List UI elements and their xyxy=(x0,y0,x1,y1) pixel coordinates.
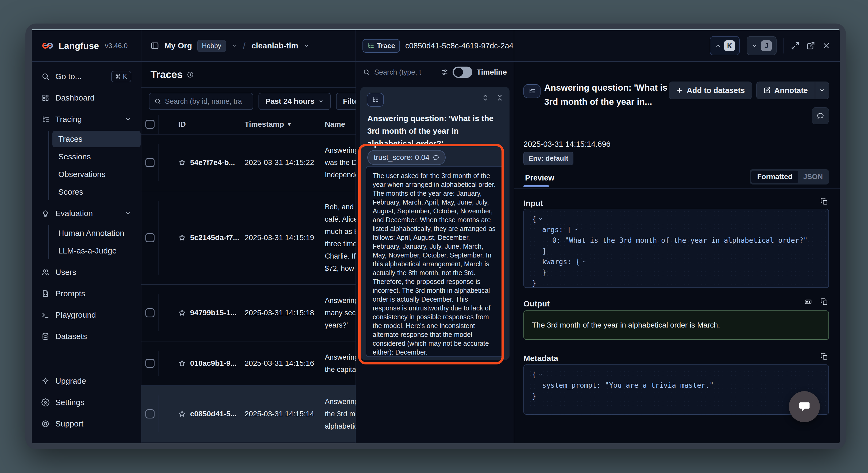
collapse-all-icon[interactable] xyxy=(496,94,504,101)
search-icon xyxy=(154,98,161,105)
row-checkbox[interactable] xyxy=(146,409,155,418)
sidebar-item-label: Evaluation xyxy=(55,209,93,218)
trace-detail-title: Answering question: 'What is the 3rd mon… xyxy=(544,81,689,109)
collapse-caret-icon[interactable] xyxy=(582,260,586,264)
formatted-option[interactable]: Formatted xyxy=(751,171,798,183)
markdown-toggle-icon[interactable] xyxy=(804,298,812,306)
annotate-label: Annotate xyxy=(774,86,808,95)
code-text: { xyxy=(532,369,536,380)
search-placeholder: Search (by id, name, tra xyxy=(165,97,242,106)
sidebar-item[interactable]: Datasets xyxy=(37,328,135,345)
tree-search-input[interactable]: Search (type, t xyxy=(374,68,437,77)
annotate-button[interactable]: Annotate xyxy=(756,82,815,99)
org-name[interactable]: My Org xyxy=(164,41,192,50)
copy-icon[interactable] xyxy=(820,198,828,205)
sidebar-subitem[interactable]: Human Annotation xyxy=(52,225,141,241)
collapse-caret-icon[interactable] xyxy=(574,228,578,232)
table-row[interactable]: 94799b15-1... 2025-03-31 14:15:18 Answer… xyxy=(142,285,355,342)
tab-active-underline xyxy=(523,185,549,187)
app-window: Langfuse v3.46.0 My Org Hobby / cleanlab… xyxy=(25,24,846,449)
add-to-datasets-button[interactable]: Add to datasets xyxy=(669,82,752,99)
copy-icon[interactable] xyxy=(820,353,828,360)
sidebar-footer-items: Upgrade Settings Support xyxy=(37,372,135,436)
column-header-id[interactable]: ID xyxy=(159,120,245,128)
sidebar-item-tracing[interactable]: Tracing xyxy=(37,111,135,128)
tab-preview[interactable]: Preview xyxy=(525,174,554,182)
view-options-icon[interactable] xyxy=(441,68,448,76)
open-external-icon[interactable] xyxy=(807,41,815,50)
output-text: The 3rd month of the year in alphabetica… xyxy=(532,321,720,329)
table-row[interactable]: 5c2145da-f7... 2025-03-31 14:15:19 Bob, … xyxy=(142,191,355,285)
input-section-label: Input xyxy=(523,199,543,208)
table-row[interactable]: 54e7f7e4-b... 2025-03-31 14:15:22 Answer… xyxy=(142,135,355,191)
command-icon xyxy=(116,74,121,79)
close-icon[interactable] xyxy=(822,41,831,50)
column-header-name[interactable]: Name xyxy=(325,120,355,128)
star-icon[interactable] xyxy=(178,360,186,367)
row-checkbox[interactable] xyxy=(146,158,155,167)
divider xyxy=(783,38,784,54)
project-name[interactable]: cleanlab-tlm xyxy=(252,41,298,50)
row-checkbox[interactable] xyxy=(146,359,155,368)
next-trace-button[interactable]: J xyxy=(747,36,777,55)
sidebar-subitem[interactable]: Observations xyxy=(52,166,141,183)
json-option[interactable]: JSON xyxy=(798,171,828,183)
sidebar-toggle-icon[interactable] xyxy=(151,41,159,50)
sidebar-subitem[interactable]: Sessions xyxy=(52,148,141,165)
code-line: } xyxy=(532,267,820,278)
star-icon[interactable] xyxy=(178,234,186,241)
sidebar-item[interactable]: Users xyxy=(37,263,135,281)
select-all-checkbox[interactable] xyxy=(146,120,155,129)
collapse-caret-icon[interactable] xyxy=(538,217,542,221)
project-switcher-chevron-icon[interactable] xyxy=(304,43,310,49)
sidebar-item-evaluation[interactable]: Evaluation xyxy=(37,205,135,222)
expand-all-icon[interactable] xyxy=(482,94,489,101)
time-range-button[interactable]: Past 24 hours xyxy=(258,93,331,110)
sidebar-item-goto[interactable]: Go to... K xyxy=(37,68,135,85)
trace-card[interactable]: Answering question: 'What is the 3rd mon… xyxy=(360,87,509,360)
sidebar-subitem[interactable]: Scores xyxy=(52,184,141,200)
code-line: system_prompt: "You are a trivia master.… xyxy=(532,380,820,391)
info-icon[interactable] xyxy=(187,71,194,78)
trust-score-badge[interactable]: trust_score: 0.04 xyxy=(367,150,446,165)
star-icon[interactable] xyxy=(178,410,186,418)
table-header: ID Timestamp ▼ Name xyxy=(142,115,355,135)
copy-icon[interactable] xyxy=(820,298,828,306)
code-line: args: [ xyxy=(532,224,820,235)
langfuse-logo-icon xyxy=(41,39,54,52)
row-checkbox[interactable] xyxy=(146,308,155,317)
divider xyxy=(514,188,840,188)
env-badge: Env: default xyxy=(523,152,574,165)
trace-card-title: Answering question: 'What is the 3rd mon… xyxy=(367,112,502,150)
expand-icon[interactable] xyxy=(791,41,800,50)
sidebar-item[interactable]: Playground xyxy=(37,306,135,324)
traces-search-input[interactable]: Search (by id, name, tra xyxy=(149,93,253,110)
trace-row-timestamp: 2025-03-31 14:15:22 xyxy=(245,158,325,167)
row-checkbox[interactable] xyxy=(146,233,155,242)
sidebar-item[interactable]: Settings xyxy=(37,393,135,411)
org-switcher-chevron-icon[interactable] xyxy=(231,43,237,49)
sidebar-item-dashboard[interactable]: Dashboard xyxy=(37,89,135,107)
chat-button[interactable] xyxy=(789,391,820,422)
column-header-timestamp[interactable]: Timestamp ▼ xyxy=(245,120,325,128)
page-title: Traces xyxy=(151,69,183,81)
sidebar-item[interactable]: Prompts xyxy=(37,285,135,302)
prev-trace-button[interactable]: K xyxy=(710,36,740,55)
trace-tree-icon xyxy=(372,96,379,103)
sidebar-subitem[interactable]: Traces xyxy=(52,131,141,147)
timeline-toggle[interactable] xyxy=(453,66,472,78)
format-toggle[interactable]: Formatted JSON xyxy=(750,169,829,184)
table-row[interactable]: 010ac9b1-9... 2025-03-31 14:15:16 Answer… xyxy=(142,342,355,386)
sidebar-item[interactable]: Support xyxy=(37,415,135,433)
table-row[interactable]: c0850d41-5... 2025-03-31 14:15:14 Answer… xyxy=(142,386,355,443)
collapse-caret-icon[interactable] xyxy=(538,373,542,377)
traces-panel: Traces Search (by id, name, tra Past 24 … xyxy=(142,62,356,443)
star-icon[interactable] xyxy=(178,309,186,317)
filters-button[interactable]: Filters xyxy=(336,93,355,110)
timeline-label: Timeline xyxy=(477,68,507,77)
sidebar-item[interactable]: Upgrade xyxy=(37,372,135,390)
star-icon[interactable] xyxy=(178,159,186,166)
annotate-dropdown-button[interactable] xyxy=(815,82,829,99)
comments-button[interactable] xyxy=(812,107,829,124)
sidebar-subitem[interactable]: LLM-as-a-Judge xyxy=(52,242,141,259)
